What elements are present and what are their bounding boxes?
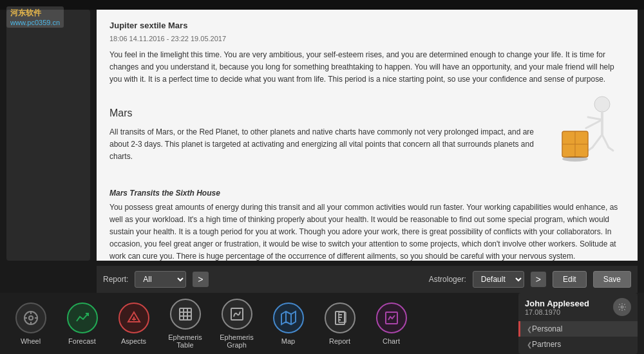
edit-button[interactable]: Edit [553, 271, 587, 288]
nav-item-chart[interactable]: Chart [367, 297, 415, 350]
nav-item-ephemeris-graph[interactable]: EphemerisGraph [213, 293, 261, 354]
header-bar [0, 0, 644, 10]
mars-section-title: Mars [109, 106, 625, 121]
nav-item-aspects[interactable]: Aspects [109, 297, 158, 350]
svg-point-11 [562, 156, 588, 162]
right-panel: John Appleseed 17.08.1970 ❮ Personal ❮ P… [518, 293, 638, 354]
wheel-label: Wheel [21, 337, 41, 345]
chart-label: Chart [383, 337, 400, 345]
tab-partners[interactable]: ❮ Partners [518, 337, 638, 352]
chart-icon [376, 303, 407, 333]
astrologer-label: Astrologer: [429, 275, 466, 284]
nav-item-wheel[interactable]: Wheel [6, 297, 55, 350]
mars-figure [551, 93, 625, 173]
left-sidebar [6, 10, 90, 261]
svg-line-6 [588, 147, 592, 151]
content-header-title: Jupiter sextile Mars [109, 19, 625, 32]
nav-item-map[interactable]: Map [264, 297, 312, 350]
watermark: 河东软件 www.pc0359.cn [6, 6, 64, 28]
nav-item-report[interactable]: Report [316, 297, 364, 350]
svg-line-3 [588, 117, 602, 120]
svg-point-36 [621, 306, 623, 308]
aspects-label: Aspects [121, 337, 146, 345]
user-name: John Appleseed [525, 299, 613, 308]
save-button[interactable]: Save [593, 271, 631, 288]
report-icon [325, 303, 355, 333]
map-label: Map [281, 337, 295, 345]
toolbar: Report: All > Astrologer: Default > Edit… [97, 266, 638, 293]
report-arrow-button[interactable]: > [193, 272, 208, 287]
watermark-brand: 河东软件 [10, 8, 60, 19]
svg-line-5 [602, 135, 609, 147]
svg-line-7 [609, 147, 613, 151]
wheel-icon [15, 303, 46, 333]
ephemeris-table-icon [170, 299, 201, 330]
gear-button[interactable] [613, 298, 631, 316]
aspects-icon [118, 303, 149, 333]
svg-marker-27 [281, 312, 296, 324]
ephemeris-graph-icon [222, 299, 252, 330]
tab-personal[interactable]: ❮ Personal [518, 321, 638, 337]
svg-point-13 [29, 316, 33, 320]
nav-item-ephemeris-table[interactable]: EphemerisTable [161, 293, 209, 354]
sixth-house-text: You possess great amounts of energy duri… [109, 201, 625, 261]
svg-line-4 [592, 135, 602, 147]
user-details: John Appleseed 17.08.1970 [525, 299, 613, 316]
tab-personal-left-arrow: ❮ [527, 326, 532, 333]
main-content: Jupiter sextile Mars 18:06 14.11.2016 - … [97, 10, 638, 261]
user-tabs: ❮ Personal ❮ Partners [518, 321, 638, 352]
astrologer-arrow-button[interactable]: > [531, 272, 546, 287]
astrologer-select[interactable]: Default [473, 271, 524, 288]
content-area: Jupiter sextile Mars 18:06 14.11.2016 - … [109, 19, 625, 261]
report-label: Report: [103, 275, 128, 284]
map-icon [273, 303, 304, 333]
svg-line-2 [586, 120, 602, 128]
forecast-label: Forecast [68, 337, 96, 345]
report-label-nav: Report [329, 337, 350, 345]
nav-item-forecast[interactable]: Forecast [58, 297, 106, 350]
svg-rect-21 [180, 308, 191, 320]
watermark-url: www.pc0359.cn [10, 19, 60, 26]
ephemeris-graph-label: EphemerisGraph [220, 333, 254, 349]
svg-point-0 [594, 97, 610, 112]
tab-personal-label: Personal [532, 324, 631, 333]
forecast-icon [67, 303, 98, 333]
sixth-house-subtitle: Mars Transits the Sixth House [109, 187, 625, 199]
user-info: John Appleseed 17.08.1970 [518, 293, 638, 319]
tab-partners-label: Partners [532, 340, 631, 349]
report-select[interactable]: All [135, 271, 186, 288]
content-header-date: 18:06 14.11.2016 - 23:22 19.05.2017 [109, 33, 625, 44]
intro-paragraph: You feel in the limelight this time. You… [109, 49, 625, 86]
ephemeris-table-label: EphemerisTable [168, 333, 202, 349]
mars-intro: All transits of Mars, or the Red Planet,… [109, 126, 625, 163]
tab-partners-left-arrow: ❮ [527, 341, 532, 348]
user-dob: 17.08.1970 [525, 308, 613, 316]
bottom-nav: Wheel Forecast Aspects [0, 293, 644, 354]
